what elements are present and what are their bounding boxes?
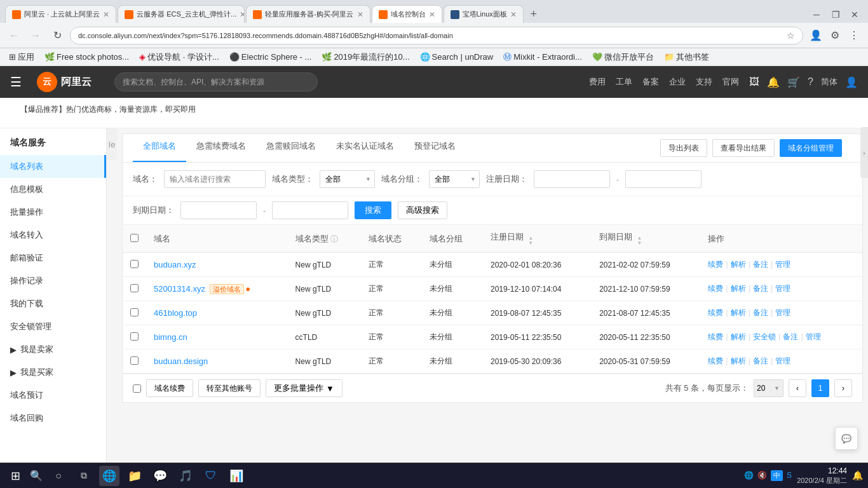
tab-preregistered[interactable]: 预登记域名 <box>404 134 466 162</box>
bookmark-wechat[interactable]: 💚 微信开放平台 <box>588 50 658 64</box>
batch-renew-button[interactable]: 域名续费 <box>146 379 193 397</box>
minimize-button[interactable]: ─ <box>808 9 825 20</box>
page-prev-button[interactable]: ‹ <box>789 379 806 397</box>
nav-item-official[interactable]: 官网 <box>722 76 739 88</box>
footer-select-all-checkbox[interactable] <box>133 384 141 393</box>
row-checkbox-0[interactable] <box>130 260 139 268</box>
nav-item-support[interactable]: 支持 <box>696 76 712 88</box>
sidebar-item-buyer[interactable]: ▶ 我是买家 <box>0 361 106 384</box>
row-checkbox-3[interactable] <box>130 332 139 341</box>
bookmark-undraw[interactable]: 🌐 Search | unDraw <box>416 51 498 63</box>
tab-aliyun[interactable]: 阿里云 · 上云就上阿里云 ✕ <box>5 5 116 23</box>
domain-link-1[interactable]: 52001314.xyz <box>154 284 205 294</box>
close-button[interactable]: ✕ <box>846 9 863 20</box>
taskbar-explorer-icon[interactable]: 📁 <box>125 466 145 486</box>
more-batch-button[interactable]: 更多批量操作 ▼ <box>266 379 342 397</box>
back-button[interactable]: ← <box>5 27 23 44</box>
view-export-button[interactable]: 查看导出结果 <box>712 139 775 157</box>
expire-date-sort-icon[interactable]: ▲ ▼ <box>637 236 642 246</box>
bookmark-star-icon[interactable]: ☆ <box>787 30 795 41</box>
action-备注-4[interactable]: 备注 <box>753 356 768 365</box>
maximize-button[interactable]: ❐ <box>827 9 844 20</box>
tab-all-domains[interactable]: 全部域名 <box>133 134 186 162</box>
action-解析-0[interactable]: 解析 <box>731 260 746 269</box>
sidebar-item-preorder[interactable]: 域名预订 <box>0 384 106 407</box>
transfer-button[interactable]: 转至其他账号 <box>198 379 261 397</box>
col-select-all[interactable] <box>123 225 146 253</box>
bookmark-electric[interactable]: ⚫ Electric Sphere - ... <box>226 51 316 63</box>
tab-need-redeem[interactable]: 急需赎回域名 <box>256 134 326 162</box>
antivirus-360-icon[interactable]: S <box>787 471 792 480</box>
col-reg-date[interactable]: 注册日期 ▲ ▼ <box>483 225 592 253</box>
sidebar-item-seller[interactable]: ▶ 我是卖家 <box>0 338 106 361</box>
domain-search-input[interactable] <box>164 170 266 188</box>
tab-close-light[interactable]: ✕ <box>357 10 363 19</box>
page-next-button[interactable]: › <box>834 379 852 397</box>
volume-icon[interactable]: 🔇 <box>757 471 767 480</box>
action-解析-1[interactable]: 解析 <box>731 284 746 293</box>
tab-close-ecs[interactable]: ✕ <box>240 10 245 19</box>
right-edge-handle[interactable]: › <box>860 127 868 178</box>
tab-close-bt[interactable]: ✕ <box>510 10 517 19</box>
type-info-icon[interactable]: ⓘ <box>330 234 338 243</box>
expire-date-end-input[interactable] <box>272 201 348 219</box>
action-管理-3[interactable]: 管理 <box>806 332 821 341</box>
action-续费-3[interactable]: 续费 <box>708 332 723 341</box>
sidebar-item-template[interactable]: 信息模板 <box>0 178 106 201</box>
new-tab-button[interactable]: + <box>525 5 543 23</box>
nav-search[interactable] <box>114 72 318 92</box>
action-备注-3[interactable]: 备注 <box>783 332 798 341</box>
row-checkbox-2[interactable] <box>130 308 139 316</box>
search-button[interactable]: 搜索 <box>355 201 391 219</box>
sidebar-item-buyback[interactable]: 域名回购 <box>0 407 106 430</box>
bookmark-free-stock[interactable]: 🌿 Free stock photos... <box>41 51 133 63</box>
reload-button[interactable]: ↻ <box>48 27 66 44</box>
taskbar-netease-icon[interactable]: 🎵 <box>175 466 196 486</box>
taskbar-antivirus-icon[interactable]: 🛡 <box>201 466 221 486</box>
action-备注-1[interactable]: 备注 <box>753 284 768 293</box>
nav-item-ticket[interactable]: 工单 <box>616 76 632 88</box>
domain-link-4[interactable]: buduan.design <box>154 356 208 366</box>
network-icon[interactable]: 🌐 <box>744 471 754 480</box>
taskbar-search-button[interactable]: 🔍 <box>28 468 44 484</box>
tab-light[interactable]: 轻量应用服务器-购买-阿里云 ✕ <box>246 5 370 23</box>
search-input[interactable] <box>114 72 318 92</box>
row-checkbox-1[interactable] <box>130 284 139 292</box>
action-解析-3[interactable]: 解析 <box>731 332 746 341</box>
type-select[interactable]: 全部 gTLD ccTLD New gTLD <box>320 170 375 188</box>
reg-date-start-input[interactable] <box>534 170 610 188</box>
tab-close-domain[interactable]: ✕ <box>429 10 435 19</box>
action-续费-0[interactable]: 续费 <box>708 260 723 269</box>
col-expire-date[interactable]: 到期日期 ▲ ▼ <box>592 225 700 253</box>
bookmark-apps[interactable]: ⊞ 应用 <box>5 50 38 64</box>
sidebar-collapse-handle[interactable]: Ie <box>107 128 117 160</box>
hamburger-menu-icon[interactable]: ☰ <box>10 74 22 90</box>
export-list-button[interactable]: 导出列表 <box>660 139 707 157</box>
group-manage-button[interactable]: 域名分组管理 <box>780 139 842 157</box>
taskbar-chrome-icon[interactable]: 🌐 <box>99 466 119 486</box>
page-1-button[interactable]: 1 <box>811 379 829 397</box>
sidebar-item-download[interactable]: 我的下载 <box>0 292 106 315</box>
bookmark-2019[interactable]: 🌿 2019年最流行的10... <box>318 50 413 64</box>
tab-bt[interactable]: 宝塔Linux面板 ✕ <box>444 5 524 23</box>
sidebar-item-security-lock[interactable]: 安全锁管理 <box>0 315 106 338</box>
sidebar-item-transfer-in[interactable]: 域名转入 <box>0 224 106 247</box>
action-管理-1[interactable]: 管理 <box>775 284 790 293</box>
chat-button[interactable]: 💬 <box>835 427 858 450</box>
bell-icon[interactable]: 🔔 <box>767 76 780 88</box>
action-管理-2[interactable]: 管理 <box>775 308 790 317</box>
avatar-icon[interactable]: 👤 <box>845 76 858 88</box>
start-button[interactable]: ⊞ <box>5 466 25 486</box>
action-续费-4[interactable]: 续费 <box>708 356 723 365</box>
sidebar-item-operation-log[interactable]: 操作记录 <box>0 269 106 292</box>
expire-date-start-input[interactable] <box>180 201 257 219</box>
sidebar-item-batch[interactable]: 批量操作 <box>0 201 106 224</box>
group-select[interactable]: 全部 <box>429 170 480 188</box>
tab-domain[interactable]: 域名控制台 ✕ <box>372 5 442 23</box>
page-size-select[interactable]: 20 50 100 <box>754 379 783 397</box>
action-备注-0[interactable]: 备注 <box>753 260 768 269</box>
action-管理-0[interactable]: 管理 <box>775 260 790 269</box>
taskbar-cortana-icon[interactable]: ○ <box>48 466 69 486</box>
taskbar-ppt-icon[interactable]: 📊 <box>226 466 247 486</box>
tab-close-aliyun[interactable]: ✕ <box>103 10 109 19</box>
